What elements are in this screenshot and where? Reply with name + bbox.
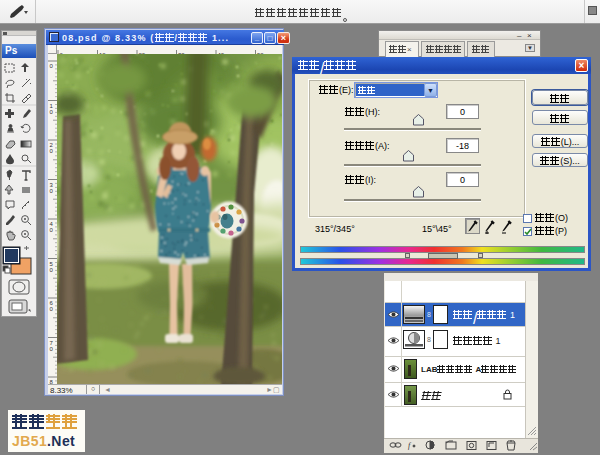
svg-text:f: f (408, 441, 412, 450)
